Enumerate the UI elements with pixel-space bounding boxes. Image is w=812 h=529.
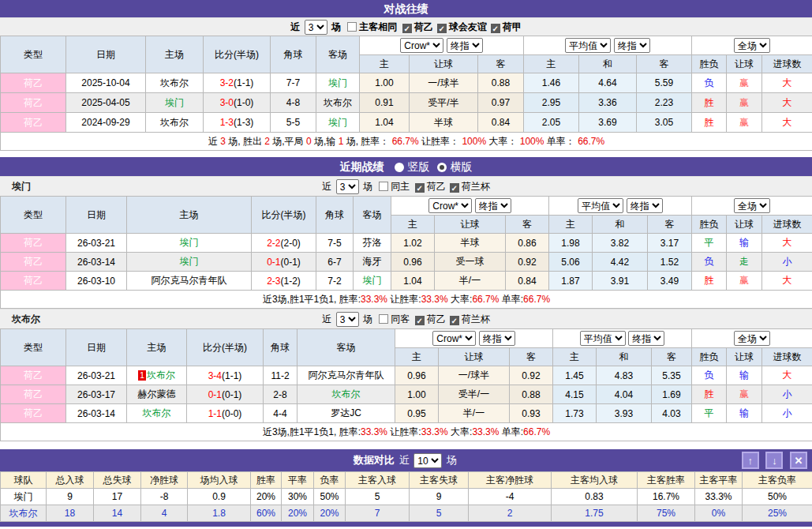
cell-avg-draw: 3.36 [579,93,637,113]
cell-odds-away: 0.88 [510,385,553,404]
cell-odds-line: 半/一 [439,404,510,423]
col-handicap: 让球 [727,55,762,73]
league-checkbox[interactable]: ✓ [450,183,459,193]
col-odds-home: 主 [360,55,410,73]
col-avg-away: 客 [648,216,692,234]
summary-segment: 33.3% [361,426,387,437]
avg-stage-select[interactable]: 终指 [627,198,663,213]
fulltime-score: 1-1 [208,408,222,419]
home-team: 埃门 [180,237,199,248]
cell-result-handicap: 赢 [727,272,762,291]
col-home: 主场 [127,329,187,366]
move-up-button[interactable]: ↑ [742,452,759,469]
fulltime-score: 3-0 [220,97,234,108]
compare-col-header: 总入球 [47,472,94,489]
col-date: 日期 [66,197,127,234]
league-checkbox[interactable]: ✓ [402,24,412,33]
layout-radio[interactable] [437,163,447,172]
cell-date: 26-03-14 [66,404,127,423]
col-score: 比分(半场) [187,329,264,366]
cell-result-goals: 大 [762,113,812,133]
cell-result-goals: 大 [762,93,812,113]
scope-select[interactable]: 全场 [734,198,770,213]
match-row: 荷乙2024-09-29坎布尔1-3(1-3)5-5埃门1.04半球0.842.… [1,113,812,133]
cell-league: 荷乙 [1,93,66,113]
cell-odds-home: 0.96 [391,253,435,272]
avg-source-select[interactable]: 平均值 [565,38,611,53]
cell-corner: 2-8 [264,385,297,404]
cell-result-goals: 大 [762,366,812,385]
emmen-filter-bar: 埃门 近 3 场 同主 ✓荷乙✓荷兰杯 [0,176,812,196]
col-odds-away: 客 [506,216,549,234]
same-away-checkbox[interactable] [379,314,388,324]
compare-col-header: 总失球 [94,472,141,489]
col-avg-draw: 和 [597,348,652,366]
col-avg-draw: 和 [579,55,637,73]
cell-date: 2025-04-05 [66,93,146,113]
summary-segment: 66.7% [523,426,550,437]
cell-stat: 7 [346,505,410,522]
cell-score: 1-3(1-3) [204,113,271,133]
near-label: 近 [322,181,331,192]
col-odds-line: 让球 [439,348,510,366]
near-label: 近 [399,454,410,466]
summary-segment: 100% [462,136,486,147]
league-checkbox[interactable]: ✓ [415,183,425,193]
league-label: 荷乙 [427,181,446,192]
avg-source-select[interactable]: 平均值 [578,198,623,213]
cell-stat: 1.75 [552,505,638,522]
h2h-near-count-select[interactable]: 3 [305,20,327,35]
cell-home: 埃门 [127,253,252,272]
odds-source-select[interactable]: Crow* [400,38,443,53]
emmen-near-count-select[interactable]: 3 [336,179,359,194]
scope-select[interactable]: 全场 [734,331,770,346]
same-home-checkbox[interactable] [379,182,388,191]
compare-col-header: 主客负率 [743,472,812,489]
near-label: 近 [322,313,331,325]
avg-stage-select[interactable]: 终指 [628,331,664,346]
league-checkbox[interactable]: ✓ [437,24,447,33]
col-avg-draw: 和 [593,216,648,234]
cell-date: 26-03-17 [66,385,127,404]
league-checkbox[interactable]: ✓ [491,24,500,33]
odds-source-select[interactable]: Crow* [432,331,476,346]
summary-segment: 33.3% [421,426,448,437]
cell-league: 荷乙 [1,385,66,404]
summary-segment: 场, 胜率： [343,136,391,147]
recent-title: 近期战绩 [340,160,384,173]
odds-stage-select[interactable]: 终指 [479,331,515,346]
layout-radio-group: 竖版横版 [387,160,472,173]
cell-league: 荷乙 [1,73,66,93]
col-date: 日期 [66,36,146,73]
odds-source-select[interactable]: Crow* [428,198,472,213]
move-down-button[interactable]: ↓ [765,452,783,469]
avg-stage-select[interactable]: 终指 [614,38,650,53]
league-checkbox[interactable]: ✓ [450,316,459,325]
cell-avg-away: 1.69 [652,385,692,404]
cell-avg-away: 3.49 [648,272,692,291]
rank-badge: 1 [138,370,146,381]
compare-col-header: 场均入球 [188,472,251,489]
cambuur-near-count-select[interactable]: 3 [336,312,359,327]
cambuur-team-label: 坎布尔 [12,310,40,329]
col-type: 类型 [1,329,66,366]
scope-select[interactable]: 全场 [734,38,770,53]
layout-radio[interactable] [395,163,404,172]
compare-near-count-select[interactable]: 10 [413,453,442,468]
close-icon: ✕ [795,455,803,467]
summary-segment: 66.7% [392,136,419,147]
cell-away: 埃门 [354,272,391,291]
close-button[interactable]: ✕ [790,452,807,469]
cell-avg-draw: 4.64 [579,73,637,93]
same-venue-checkbox[interactable] [347,22,357,32]
cell-stat: 4 [141,505,188,522]
odds-stage-select[interactable]: 终指 [447,38,483,53]
cell-avg-away: 5.59 [637,73,692,93]
avg-source-select[interactable]: 平均值 [580,331,626,346]
odds-stage-select[interactable]: 终指 [475,198,511,213]
col-winloss: 胜负 [692,348,727,366]
cell-score: 3-4(1-1) [187,366,264,385]
league-checkbox[interactable]: ✓ [415,316,425,325]
cell-stat: 0% [695,505,743,522]
col-winloss: 胜负 [692,55,727,73]
